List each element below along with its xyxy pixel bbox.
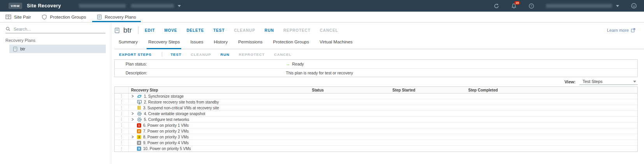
priority-3-icon: 3: [137, 135, 141, 139]
suspend-vms-pause-icon: [137, 105, 141, 110]
plan-description-label: Description:: [115, 71, 286, 75]
table-row[interactable]: ⋮ 1. Synchro: [115, 93, 637, 99]
nav-tab-recovery-plans[interactable]: Recovery Plans: [91, 12, 142, 22]
recovery-plans-sidebar: Recovery Plans btr: [0, 22, 111, 164]
primary-nav-bar: Site Pair Protection Groups Recovery Pla…: [0, 12, 644, 22]
notification-count-badge: 19: [514, 1, 520, 5]
run-steps-button[interactable]: RUN: [220, 52, 229, 57]
recovery-steps-table: Recovery Step Status Step Started Step C…: [114, 86, 638, 152]
reprotect-steps-button[interactable]: REPROTECT: [239, 52, 265, 57]
user-menu-chevron-down-icon[interactable]: [616, 5, 619, 7]
sidebar-item-btr[interactable]: btr: [9, 45, 106, 53]
table-row[interactable]: ⋮ 3 8. Power on priority 3 VMs: [115, 134, 637, 140]
export-steps-button[interactable]: EXPORT STEPS: [119, 52, 152, 57]
step-label: 6. Power on priority 1 VMs: [143, 123, 189, 128]
plan-description-row: Description: This plan is ready for test…: [115, 68, 637, 77]
recovery-steps-toolbar: EXPORT STEPS TEST CLEANUP RUN REPROTECT …: [114, 49, 644, 59]
row-kebab-menu-icon[interactable]: ⋮: [120, 112, 124, 116]
run-button[interactable]: RUN: [264, 28, 274, 33]
site-recovery-app: vmw Site Recovery 19 ?: [0, 0, 644, 164]
nav-tab-site-pair[interactable]: Site Pair: [0, 12, 36, 22]
table-row[interactable]: ⋮ 2. Restore recovery site hosts from st: [115, 99, 637, 105]
row-kebab-menu-icon[interactable]: ⋮: [120, 117, 124, 121]
nav-tab-label: Protection Groups: [50, 15, 86, 19]
test-button[interactable]: TEST: [214, 28, 225, 33]
row-kebab-menu-icon[interactable]: ⋮: [120, 147, 124, 151]
step-label: 7. Power on priority 2 VMs: [143, 129, 189, 133]
top-header-bar: vmw Site Recovery 19 ?: [0, 0, 644, 12]
product-title: Site Recovery: [27, 3, 61, 9]
site-pair-name-redacted-2: [131, 4, 174, 8]
test-steps-button[interactable]: TEST: [171, 52, 182, 57]
table-row[interactable]: ⋮ 4. Create writable storage snapshot: [115, 111, 637, 117]
divider: [162, 52, 162, 57]
document-icon: [13, 47, 18, 52]
sidebar-section-label: Recovery Plans: [5, 38, 105, 43]
col-header-step-completed: Step Completed: [468, 88, 637, 92]
help-icon[interactable]: ?: [528, 3, 534, 9]
expand-chevron-right-icon[interactable]: [131, 135, 135, 138]
cancel-steps-button[interactable]: CANCEL: [274, 52, 292, 57]
step-label: 10. Power on priority 5 VMs: [143, 147, 191, 151]
expand-chevron-right-icon[interactable]: [131, 112, 135, 115]
nav-tab-protection-groups[interactable]: Protection Groups: [36, 12, 91, 22]
move-button[interactable]: MOVE: [164, 28, 177, 33]
table-header-kebab-col: [115, 87, 129, 93]
site-pair-icon: [5, 14, 11, 19]
step-label: 4. Create writable storage snapshot: [144, 112, 205, 116]
tab-protection-groups[interactable]: Protection Groups: [273, 40, 309, 49]
view-selector-row: View: Test Steps: [114, 77, 638, 86]
table-row[interactable]: ⋮ 5 10. Power on priority 5 VMs: [115, 146, 637, 152]
table-row[interactable]: ⋮ 2 7. Power on priority 2 VMs: [115, 128, 637, 134]
cleanup-steps-button[interactable]: CLEANUP: [191, 52, 211, 57]
restore-hosts-icon: [137, 100, 142, 105]
view-select-dropdown[interactable]: Test Steps: [579, 79, 638, 85]
edit-button[interactable]: EDIT: [145, 28, 155, 33]
tab-issues[interactable]: Issues: [190, 40, 203, 49]
col-header-step-started: Step Started: [392, 88, 468, 92]
refresh-icon[interactable]: [494, 3, 499, 9]
delete-button[interactable]: DELETE: [187, 28, 204, 33]
site-pair-selector-chevron-down-icon[interactable]: [178, 5, 181, 7]
tab-history[interactable]: History: [214, 40, 228, 49]
nav-tab-label: Site Pair: [14, 15, 31, 19]
plan-header: btr EDIT MOVE DELETE TEST CLEANUP RUN RE…: [114, 24, 644, 36]
table-row[interactable]: ⋮ 4 9. Power on priority 4 VMs: [115, 140, 637, 146]
step-label: 5. Configure test networks: [144, 117, 189, 122]
reprotect-button[interactable]: REPROTECT: [284, 28, 311, 33]
user-menu-redacted[interactable]: [546, 4, 612, 8]
tab-summary[interactable]: Summary: [119, 40, 138, 49]
document-icon: [114, 28, 120, 33]
priority-5-icon: 5: [137, 147, 141, 151]
row-kebab-menu-icon[interactable]: ⋮: [120, 123, 124, 127]
row-kebab-menu-icon[interactable]: ⋮: [120, 100, 124, 104]
row-kebab-menu-icon[interactable]: ⋮: [120, 135, 124, 139]
plan-status-box: Plan status: → Ready Description: This p…: [114, 59, 638, 77]
notifications-bell-icon[interactable]: 19: [511, 3, 517, 9]
priority-2-icon: 2: [137, 129, 141, 133]
tab-virtual-machines[interactable]: Virtual Machines: [320, 40, 353, 49]
learn-more-link[interactable]: Learn more: [607, 28, 635, 33]
tab-recovery-steps[interactable]: Recovery Steps: [148, 40, 180, 49]
cleanup-button[interactable]: CLEANUP: [234, 28, 256, 33]
recovery-plan-panel: btr EDIT MOVE DELETE TEST CLEANUP RUN RE…: [111, 22, 644, 164]
expand-chevron-right-icon[interactable]: [131, 118, 135, 121]
table-row[interactable]: ⋮ 5. Configure test networks: [115, 117, 637, 123]
expand-chevron-right-icon[interactable]: [131, 95, 135, 98]
plan-status-row: Plan status: → Ready: [115, 60, 637, 68]
search-input[interactable]: [14, 27, 91, 31]
row-kebab-menu-icon[interactable]: ⋮: [120, 129, 124, 133]
tab-permissions[interactable]: Permissions: [238, 40, 262, 49]
row-kebab-menu-icon[interactable]: ⋮: [120, 106, 124, 110]
row-kebab-menu-icon[interactable]: ⋮: [120, 141, 124, 145]
search-icon: [5, 26, 10, 31]
table-row[interactable]: ⋮ 3. Suspend non-critical VMs at recover…: [115, 105, 637, 111]
feedback-icon[interactable]: [631, 3, 637, 9]
sync-storage-icon: [137, 94, 142, 98]
cancel-button[interactable]: CANCEL: [320, 28, 338, 33]
row-kebab-menu-icon[interactable]: ⋮: [120, 94, 124, 98]
step-label: 8. Power on priority 3 VMs: [143, 135, 189, 139]
plan-status-value: → Ready: [286, 62, 304, 66]
step-label: 2. Restore recovery site hosts from stan…: [144, 100, 219, 104]
table-row[interactable]: ⋮ 1 6. Power on priority 1 VMs: [115, 123, 637, 128]
